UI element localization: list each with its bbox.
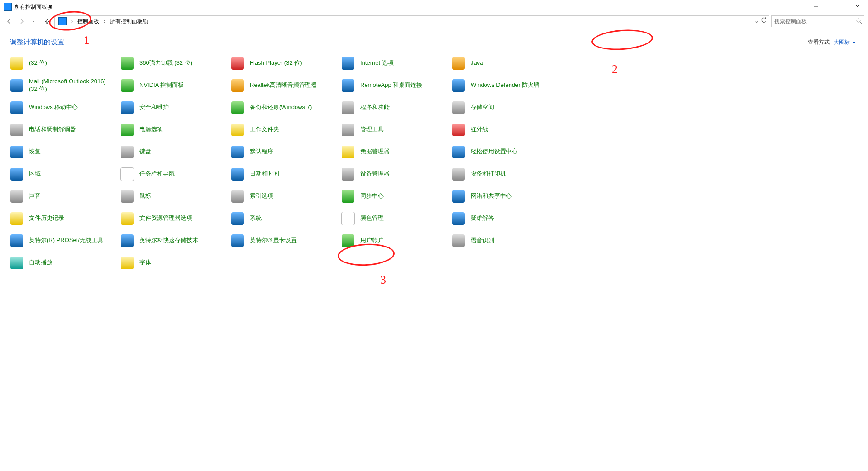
view-mode-label: 查看方式: — [808, 38, 831, 46]
cp-item-generic-32bit[interactable]: (32 位) — [9, 52, 119, 74]
close-button[interactable] — [847, 0, 868, 14]
breadcrumb-root[interactable]: 控制面板 — [76, 17, 101, 26]
cp-item-default-programs[interactable]: 默认程序 — [230, 141, 340, 163]
cp-item-label: 文件资源管理器选项 — [139, 214, 192, 222]
forward-button[interactable] — [16, 16, 27, 27]
recovery-icon — [9, 144, 24, 160]
cp-item-troubleshooting[interactable]: 疑难解答 — [451, 207, 561, 229]
cp-item-recovery[interactable]: 恢复 — [9, 141, 119, 163]
cp-item-phone-modem[interactable]: 电话和调制解调器 — [9, 119, 119, 141]
sound-icon — [9, 189, 24, 204]
cp-item-remoteapp[interactable]: RemoteApp 和桌面连接 — [340, 74, 451, 96]
minimize-button[interactable] — [806, 0, 826, 14]
back-button[interactable] — [4, 16, 14, 27]
cp-item-storage-spaces[interactable]: 存储空间 — [451, 96, 561, 119]
defender-firewall-icon — [451, 78, 466, 93]
cp-item-taskbar-nav[interactable]: 任务栏和导航 — [119, 163, 230, 185]
speech-recognition-icon — [451, 233, 466, 248]
cp-item-label: Internet 选项 — [360, 59, 394, 67]
address-bar[interactable]: › 控制面板 › 所有控制面板项 ⌄ — [54, 15, 769, 27]
breadcrumb-current[interactable]: 所有控制面板项 — [108, 17, 150, 26]
cp-item-flash[interactable]: Flash Player (32 位) — [230, 52, 340, 74]
java-icon — [451, 56, 466, 71]
ease-of-access-icon — [451, 144, 466, 160]
cp-item-speech-recognition[interactable]: 语音识别 — [451, 229, 561, 252]
search-input[interactable] — [773, 18, 862, 25]
cp-item-label: 设备和打印机 — [471, 170, 506, 178]
cp-item-network-sharing[interactable]: 网络和共享中心 — [451, 185, 561, 207]
cp-item-label: 语音识别 — [471, 237, 494, 244]
cp-item-devices-printers[interactable]: 设备和打印机 — [451, 163, 561, 185]
search-box[interactable] — [771, 15, 864, 27]
file-history-icon — [9, 211, 24, 226]
cp-item-intel-proset[interactable]: 英特尔(R) PROSet/无线工具 — [9, 229, 119, 252]
content-header: 调整计算机的设置 查看方式: 大图标 ▾ — [0, 29, 868, 50]
nvidia-icon — [119, 78, 135, 93]
cp-item-realtek-audio[interactable]: Realtek高清晰音频管理器 — [230, 74, 340, 96]
window-title: 所有控制面板项 — [14, 3, 806, 11]
svg-rect-1 — [835, 5, 839, 9]
cp-item-fonts[interactable]: 字体 — [119, 252, 230, 274]
cp-item-date-time[interactable]: 日期和时间 — [230, 163, 340, 185]
cp-item-mobility-center[interactable]: Windows 移动中心 — [9, 96, 119, 119]
cp-item-infrared[interactable]: 红外线 — [451, 119, 561, 141]
cp-item-programs-features[interactable]: 程序和功能 — [340, 96, 451, 119]
control-panel-icon — [58, 17, 67, 25]
cp-item-sync-center[interactable]: 同步中心 — [340, 185, 451, 207]
cp-item-mouse[interactable]: 鼠标 — [119, 185, 230, 207]
cp-item-region[interactable]: 区域 — [9, 163, 119, 185]
cp-item-label: Mail (Microsoft Outlook 2016) (32 位) — [29, 78, 115, 93]
cp-item-sound[interactable]: 声音 — [9, 185, 119, 207]
cp-item-admin-tools[interactable]: 管理工具 — [340, 119, 451, 141]
cp-item-power-options[interactable]: 电源选项 — [119, 119, 230, 141]
credential-manager-icon — [340, 144, 356, 160]
cp-item-intel-graphics[interactable]: 英特尔® 显卡设置 — [230, 229, 340, 252]
cp-item-system[interactable]: 系统 — [230, 207, 340, 229]
cp-item-explorer-options[interactable]: 文件资源管理器选项 — [119, 207, 230, 229]
programs-features-icon — [340, 100, 356, 115]
cp-item-360-uninstall[interactable]: 360强力卸载 (32 位) — [119, 52, 230, 74]
cp-item-keyboard[interactable]: 键盘 — [119, 141, 230, 163]
cp-item-label: 颜色管理 — [360, 214, 384, 222]
maximize-button[interactable] — [826, 0, 847, 14]
date-time-icon — [230, 167, 245, 182]
cp-item-label: 自动播放 — [29, 259, 52, 266]
cp-item-credential-manager[interactable]: 凭据管理器 — [340, 141, 451, 163]
cp-item-nvidia[interactable]: NVIDIA 控制面板 — [119, 74, 230, 96]
cp-item-label: (32 位) — [29, 59, 47, 67]
cp-item-internet-options[interactable]: Internet 选项 — [340, 52, 451, 74]
cp-item-work-folders[interactable]: 工作文件夹 — [230, 119, 340, 141]
color-management-icon — [340, 211, 356, 226]
cp-item-device-manager[interactable]: 设备管理器 — [340, 163, 451, 185]
cp-item-autoplay[interactable]: 自动播放 — [9, 252, 119, 274]
troubleshooting-icon — [451, 211, 466, 226]
recent-locations-button[interactable] — [29, 16, 40, 27]
cp-item-color-management[interactable]: 颜色管理 — [340, 207, 451, 229]
power-options-icon — [119, 122, 135, 138]
cp-item-label: 网络和共享中心 — [471, 192, 512, 200]
cp-item-security-maintenance[interactable]: 安全和维护 — [119, 96, 230, 119]
cp-item-java[interactable]: Java — [451, 52, 561, 74]
generic-32bit-icon — [9, 56, 24, 71]
cp-item-user-accounts[interactable]: 用户帐户 — [340, 229, 451, 252]
refresh-button[interactable] — [761, 17, 767, 24]
cp-item-defender-firewall[interactable]: Windows Defender 防火墙 — [451, 74, 561, 96]
cp-item-indexing-options[interactable]: 索引选项 — [230, 185, 340, 207]
address-dropdown-icon[interactable]: ⌄ — [754, 18, 759, 24]
view-mode-selector[interactable]: 查看方式: 大图标 ▾ — [808, 38, 855, 46]
cp-item-file-history[interactable]: 文件历史记录 — [9, 207, 119, 229]
svg-line-5 — [860, 22, 862, 24]
cp-item-label: 声音 — [29, 192, 41, 200]
cp-item-intel-rst[interactable]: 英特尔® 快速存储技术 — [119, 229, 230, 252]
cp-item-mail[interactable]: Mail (Microsoft Outlook 2016) (32 位) — [9, 74, 119, 96]
cp-item-ease-of-access[interactable]: 轻松使用设置中心 — [451, 141, 561, 163]
cp-item-backup-restore[interactable]: 备份和还原(Windows 7) — [230, 96, 340, 119]
up-button[interactable] — [42, 16, 52, 27]
cp-item-label: Windows Defender 防火墙 — [471, 81, 539, 89]
cp-item-label: 任务栏和导航 — [139, 170, 175, 178]
360-uninstall-icon — [119, 56, 135, 71]
mail-icon — [9, 78, 24, 93]
intel-graphics-icon — [230, 233, 245, 248]
infrared-icon — [451, 122, 466, 138]
cp-item-label: 管理工具 — [360, 126, 384, 133]
